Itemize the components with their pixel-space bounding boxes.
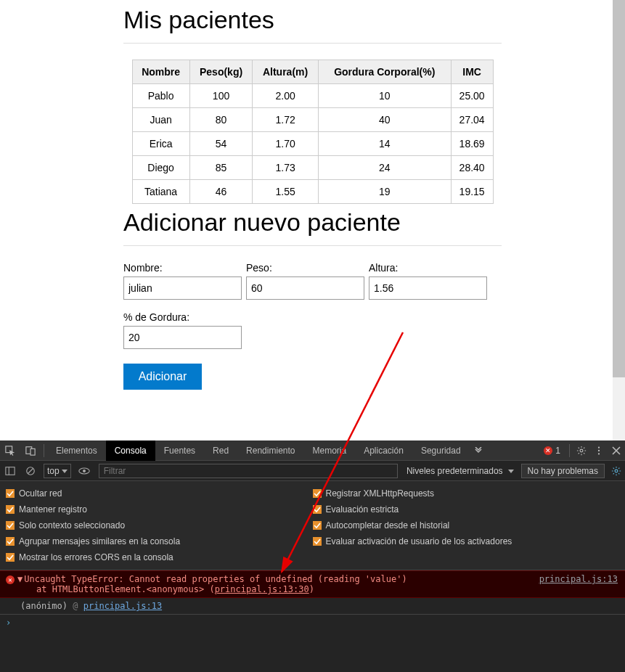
kebab-menu-icon[interactable] xyxy=(590,446,608,456)
add-title: Adicionar nuevo paciente xyxy=(123,208,502,237)
col-name: Nombre xyxy=(132,60,189,84)
console-sidebar-toggle-icon[interactable] xyxy=(0,466,20,476)
setting-autocomplete-history[interactable]: Autocompletar desde el historial xyxy=(313,517,620,533)
setting-eager-eval[interactable]: Evaluación estricta xyxy=(313,501,620,517)
svg-line-12 xyxy=(28,468,33,473)
tab-network[interactable]: Red xyxy=(204,441,237,461)
svg-point-8 xyxy=(598,453,600,454)
divider xyxy=(123,43,502,44)
divider xyxy=(123,245,502,246)
svg-rect-4 xyxy=(30,448,35,455)
setting-preserve-log[interactable]: Mantener registro xyxy=(6,501,313,517)
svg-point-7 xyxy=(598,449,600,451)
name-label: Nombre: xyxy=(123,262,242,274)
console-prompt[interactable]: › xyxy=(0,614,625,631)
svg-point-15 xyxy=(615,470,618,472)
weight-label: Peso: xyxy=(246,262,364,274)
issues-button[interactable]: No hay problemas xyxy=(521,464,605,478)
svg-point-5 xyxy=(580,449,583,452)
table-row: Pablo1002.001025.00 xyxy=(132,84,493,108)
svg-rect-9 xyxy=(6,467,15,475)
console-stack-entry: (anónimo) @ principal.js:13 xyxy=(0,598,625,614)
tab-sources[interactable]: Fuentes xyxy=(155,441,204,461)
height-input[interactable] xyxy=(369,276,487,300)
setting-group-similar[interactable]: Agrupar mensajes similares en la consola xyxy=(6,533,313,549)
page-title: Mis pacientes xyxy=(123,6,502,34)
filter-input[interactable] xyxy=(99,464,398,478)
weight-input[interactable] xyxy=(246,276,364,300)
setting-cors-errors[interactable]: Mostrar los errores CORS en la consola xyxy=(6,549,313,565)
more-tabs-icon[interactable] xyxy=(470,447,487,454)
error-stack-link[interactable]: principal.js:13:30 xyxy=(215,584,309,594)
stack-link[interactable]: principal.js:13 xyxy=(83,601,162,611)
live-expression-icon[interactable] xyxy=(74,467,94,475)
height-label: Altura: xyxy=(369,262,487,274)
col-bmi: IMC xyxy=(451,60,493,84)
setting-log-xhr[interactable]: Registrar XMLHttpRequests xyxy=(313,485,620,501)
patients-table: Nombre Peso(kg) Altura(m) Gordura Corpor… xyxy=(132,60,494,204)
table-row: Erica541.701418.69 xyxy=(132,132,493,156)
device-toggle-icon[interactable] xyxy=(20,446,41,456)
table-row: Juan801.724027.04 xyxy=(132,108,493,132)
tab-memory[interactable]: Memoria xyxy=(303,441,355,461)
col-height: Altura(m) xyxy=(253,60,318,84)
settings-icon[interactable] xyxy=(573,446,590,456)
name-input[interactable] xyxy=(123,276,242,300)
fat-label: % de Gordura: xyxy=(123,311,242,323)
tab-elements[interactable]: Elementos xyxy=(47,441,106,461)
setting-hide-network[interactable]: Ocultar red xyxy=(6,485,313,501)
col-fat: Gordura Corporal(%) xyxy=(318,60,451,84)
svg-point-6 xyxy=(598,446,600,448)
error-source-link[interactable]: principal.js:13 xyxy=(539,574,618,584)
tab-application[interactable]: Aplicación xyxy=(355,441,412,461)
setting-selected-context[interactable]: Solo contexto seleccionado xyxy=(6,517,313,533)
table-row: Diego851.732428.40 xyxy=(132,156,493,180)
col-weight: Peso(kg) xyxy=(189,60,253,84)
fat-input[interactable] xyxy=(123,326,242,349)
context-selector[interactable]: top xyxy=(44,464,71,478)
setting-user-activation[interactable]: Evaluar activación de usuario de los act… xyxy=(313,533,620,549)
close-devtools-icon[interactable] xyxy=(608,446,625,455)
page-scrollbar[interactable] xyxy=(613,0,625,441)
error-icon: ✕ xyxy=(6,575,15,584)
tab-console[interactable]: Consola xyxy=(106,441,155,461)
error-count-badge[interactable]: ✕1 xyxy=(544,446,560,456)
table-row: Tatiana461.551919.15 xyxy=(132,180,493,204)
log-levels-selector[interactable]: Niveles predeterminados xyxy=(402,466,518,476)
svg-point-14 xyxy=(83,470,86,472)
clear-console-icon[interactable] xyxy=(20,466,41,476)
tab-security[interactable]: Seguridad xyxy=(412,441,470,461)
expand-error-icon[interactable]: ▼ xyxy=(17,574,23,584)
console-error[interactable]: ✕▼Uncaught TypeError: Cannot read proper… xyxy=(0,570,625,598)
console-settings-icon[interactable] xyxy=(608,466,625,476)
inspect-element-icon[interactable] xyxy=(0,446,20,456)
add-button[interactable]: Adicionar xyxy=(123,364,202,390)
tab-performance[interactable]: Rendimiento xyxy=(237,441,303,461)
